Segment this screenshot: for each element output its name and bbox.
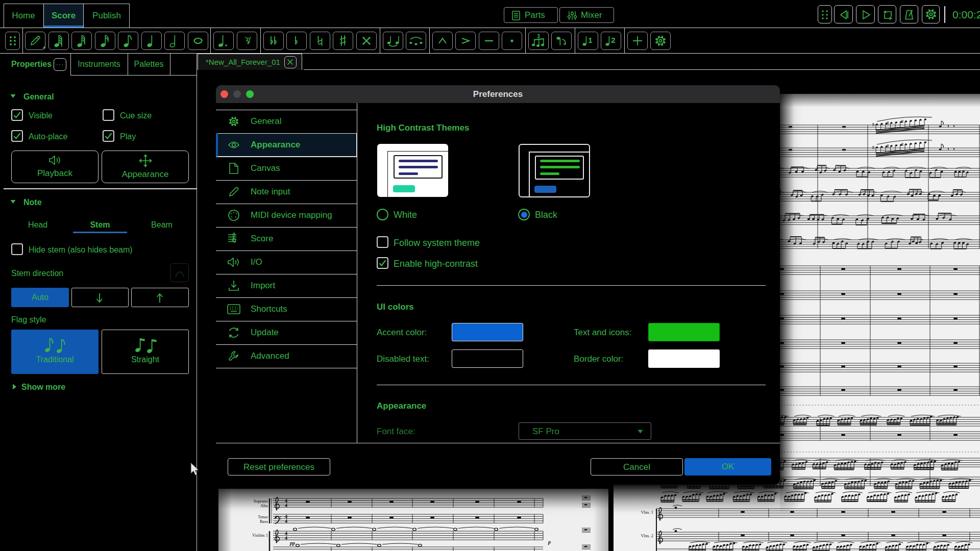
svg-text:pp: pp <box>289 540 295 546</box>
svg-text:p: p <box>548 539 551 545</box>
svg-text:2: 2 <box>611 36 615 44</box>
svg-text:4: 4 <box>285 535 287 541</box>
svg-text:Bass: Bass <box>260 519 268 524</box>
svg-text:Vlns. 2: Vlns. 2 <box>641 533 653 538</box>
svg-text:3: 3 <box>537 34 540 39</box>
svg-text:Violins 1: Violins 1 <box>252 533 268 538</box>
svg-text:1: 1 <box>588 36 592 44</box>
svg-text:4: 4 <box>285 518 287 524</box>
